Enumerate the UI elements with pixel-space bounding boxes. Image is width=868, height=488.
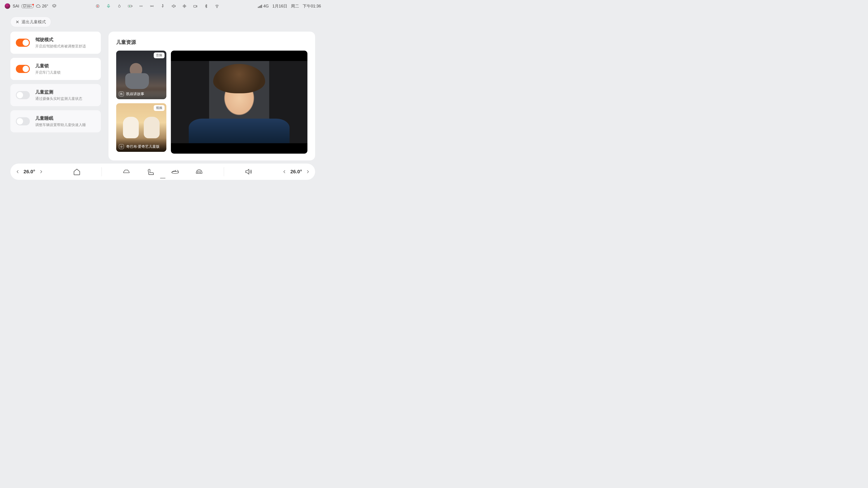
resource-tag: 音频 bbox=[154, 53, 164, 58]
message-count: 99+ bbox=[27, 4, 32, 8]
switch-child-sleep[interactable] bbox=[16, 117, 30, 125]
switch-child-monitor[interactable] bbox=[16, 91, 30, 99]
svg-rect-0 bbox=[23, 5, 26, 7]
right-temp-value: 26.0° bbox=[290, 169, 302, 175]
resource-title: 儿童资源 bbox=[116, 39, 307, 46]
layers-icon[interactable] bbox=[52, 4, 57, 8]
svg-rect-16 bbox=[261, 5, 262, 8]
weekday-label: 周二 bbox=[291, 3, 299, 9]
svg-rect-5 bbox=[132, 6, 132, 6]
toggle-title: 儿童睡眠 bbox=[35, 115, 86, 121]
svg-rect-15 bbox=[260, 5, 261, 8]
dashcam-icon[interactable] bbox=[193, 4, 197, 8]
svg-rect-11 bbox=[194, 5, 196, 7]
mute-icon[interactable] bbox=[171, 4, 176, 8]
car-icon[interactable] bbox=[123, 168, 130, 175]
usb-icon[interactable] bbox=[160, 4, 165, 8]
svg-point-7 bbox=[152, 6, 152, 6]
toggle-child-monitor[interactable]: 儿童监测 通过摄像头实时监测儿童状态 bbox=[10, 84, 101, 106]
time-label: 下午01:36 bbox=[303, 3, 321, 9]
record-icon[interactable] bbox=[95, 4, 100, 8]
signal-icon bbox=[258, 4, 262, 8]
date-label: 1月16日 bbox=[272, 3, 287, 9]
left-temp-control[interactable]: 26.0° bbox=[16, 169, 43, 175]
exit-label: 退出儿童模式 bbox=[22, 19, 46, 25]
bluetooth-icon[interactable] bbox=[204, 4, 209, 8]
battery-charging-icon[interactable] bbox=[128, 4, 132, 8]
resource-chip-icon: ◎ bbox=[119, 144, 124, 149]
flame-icon[interactable] bbox=[117, 4, 122, 8]
resource-card-audio[interactable]: 音频 凯 凯叔讲故事 bbox=[116, 51, 166, 99]
message-badge[interactable]: 99+ bbox=[22, 4, 33, 8]
chevron-right-icon[interactable] bbox=[39, 170, 43, 173]
air-flow-icon[interactable] bbox=[171, 168, 179, 175]
svg-rect-3 bbox=[108, 4, 109, 7]
right-temp-control[interactable]: 26.0° bbox=[283, 169, 310, 175]
svg-rect-13 bbox=[258, 7, 258, 8]
chevron-left-icon[interactable] bbox=[16, 170, 20, 173]
resource-label: 奇巴布·爱奇艺儿童版 bbox=[126, 144, 160, 149]
broadcast-icon[interactable] bbox=[150, 4, 154, 8]
resource-label: 凯叔讲故事 bbox=[126, 92, 144, 96]
left-temp-value: 26.0° bbox=[24, 169, 35, 175]
resource-chip-icon: 凯 bbox=[119, 92, 124, 96]
svg-point-12 bbox=[217, 7, 217, 8]
child-resource-panel: 儿童资源 音频 凯 凯叔讲故事 视频 ◎ 奇巴布·爱奇艺儿童版 bbox=[108, 32, 315, 160]
user-avatar[interactable] bbox=[4, 3, 10, 9]
settings-toggle-list: 驾驶模式 开启后驾驶模式将被调整至舒适 儿童锁 开启车门儿童锁 儿童监测 通过摄… bbox=[10, 32, 101, 160]
switch-drive-mode[interactable] bbox=[16, 39, 30, 47]
seat-icon[interactable] bbox=[147, 168, 154, 175]
dock-divider bbox=[101, 167, 102, 176]
volume-icon[interactable] bbox=[245, 168, 252, 175]
toggle-subtitle: 开启车门儿童锁 bbox=[35, 70, 61, 75]
weather-temp: 26° bbox=[42, 4, 48, 8]
chevron-right-icon[interactable] bbox=[306, 170, 310, 173]
toggle-subtitle: 调整车辆设置帮助儿童快速入睡 bbox=[35, 123, 86, 127]
svg-rect-14 bbox=[259, 6, 260, 8]
signal-label: 4G bbox=[258, 4, 269, 8]
svg-point-10 bbox=[184, 6, 185, 6]
dock-divider bbox=[224, 167, 224, 176]
status-bar: SAI 99+ 26° 4G 1月16日 周二 下午01:36 bbox=[0, 0, 326, 12]
user-name: SAI bbox=[13, 4, 19, 8]
wifi-icon[interactable] bbox=[215, 4, 219, 8]
toggle-subtitle: 开启后驾驶模式将被调整至舒适 bbox=[35, 44, 86, 49]
svg-point-8 bbox=[162, 4, 163, 5]
exit-child-mode-button[interactable]: 退出儿童模式 bbox=[10, 17, 51, 27]
close-icon bbox=[16, 20, 19, 24]
mic-icon[interactable] bbox=[106, 4, 111, 8]
dock-indicator bbox=[160, 178, 165, 178]
toggle-child-sleep[interactable]: 儿童睡眠 调整车辆设置帮助儿童快速入睡 bbox=[10, 110, 101, 132]
cloud-icon bbox=[36, 4, 41, 8]
toggle-title: 驾驶模式 bbox=[35, 37, 86, 43]
svg-point-6 bbox=[141, 6, 141, 6]
toggle-subtitle: 通过摄像头实时监测儿童状态 bbox=[35, 96, 82, 101]
svg-point-2 bbox=[97, 6, 98, 7]
toggle-title: 儿童锁 bbox=[35, 63, 61, 69]
hotspot-icon[interactable] bbox=[139, 4, 143, 8]
toggle-child-lock[interactable]: 儿童锁 开启车门儿童锁 bbox=[10, 58, 101, 80]
home-icon[interactable] bbox=[73, 168, 81, 175]
location-icon[interactable] bbox=[182, 4, 187, 8]
resource-tag: 视频 bbox=[154, 105, 164, 111]
toggle-drive-mode[interactable]: 驾驶模式 开启后驾驶模式将被调整至舒适 bbox=[10, 32, 101, 54]
bottom-dock: 26.0° 26.0° bbox=[10, 164, 315, 180]
switch-child-lock[interactable] bbox=[16, 65, 30, 73]
toggle-title: 儿童监测 bbox=[35, 89, 82, 95]
resource-card-video[interactable]: 视频 ◎ 奇巴布·爱奇艺儿童版 bbox=[116, 103, 166, 152]
chevron-left-icon[interactable] bbox=[283, 170, 286, 173]
defrost-icon[interactable] bbox=[195, 168, 203, 175]
camera-feed[interactable] bbox=[171, 51, 307, 154]
svg-point-17 bbox=[172, 171, 178, 173]
weather-widget[interactable]: 26° bbox=[36, 4, 48, 8]
